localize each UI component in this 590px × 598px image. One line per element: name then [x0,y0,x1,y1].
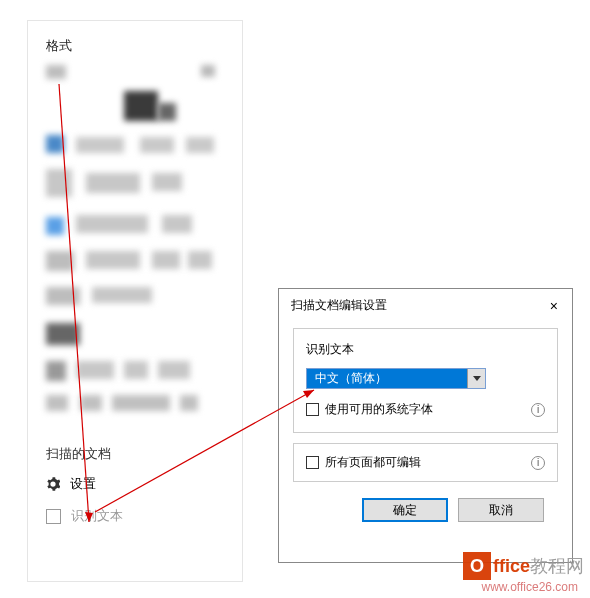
checkbox-icon [46,509,61,524]
recognize-text-group: 识别文本 中文（简体） 使用可用的系统字体 i [293,328,558,433]
dialog-title: 扫描文档编辑设置 [291,297,387,314]
info-icon[interactable]: i [531,456,545,470]
scanned-docs-heading: 扫描的文档 [28,435,242,471]
gear-icon [46,477,60,491]
scan-settings-dialog: 扫描文档编辑设置 × 识别文本 中文（简体） 使用可用的系统字体 i 所有页面都… [278,288,573,563]
language-selected: 中文（简体） [307,370,467,387]
dialog-body: 识别文本 中文（简体） 使用可用的系统字体 i 所有页面都可编辑 i 确定 取 [279,322,572,528]
dialog-titlebar: 扫描文档编辑设置 × [279,289,572,322]
watermark-brand2: 教程网 [530,554,584,578]
settings-label: 设置 [70,475,96,493]
all-pages-label: 所有页面都可编辑 [325,454,421,471]
checkbox-icon [306,456,319,469]
recognize-group-label: 识别文本 [306,341,545,358]
panel-title: 格式 [28,21,242,65]
recognize-text-label: 识别文本 [71,507,123,525]
chevron-down-icon [467,369,485,388]
watermark-logo: O ffice 教程网 [463,552,584,580]
cancel-button[interactable]: 取消 [458,498,544,522]
checkbox-icon [306,403,319,416]
format-options-blurred [46,65,224,435]
format-panel: 格式 扫描的文档 设置 [27,20,243,582]
watermark-url: www.office26.com [482,580,579,594]
language-dropdown[interactable]: 中文（简体） [306,368,486,389]
settings-button[interactable]: 设置 [28,471,242,501]
recognize-text-checkbox-row[interactable]: 识别文本 [28,501,242,531]
watermark-brand1: ffice [493,556,530,577]
close-icon[interactable]: × [546,298,562,314]
use-system-fonts-checkbox[interactable]: 使用可用的系统字体 i [306,401,545,418]
ok-button[interactable]: 确定 [362,498,448,522]
office-icon: O [463,552,491,580]
use-system-fonts-label: 使用可用的系统字体 [325,401,433,418]
all-pages-editable-checkbox[interactable]: 所有页面都可编辑 i [306,454,545,471]
dialog-buttons: 确定 取消 [293,498,558,522]
pages-group: 所有页面都可编辑 i [293,443,558,482]
info-icon[interactable]: i [531,403,545,417]
